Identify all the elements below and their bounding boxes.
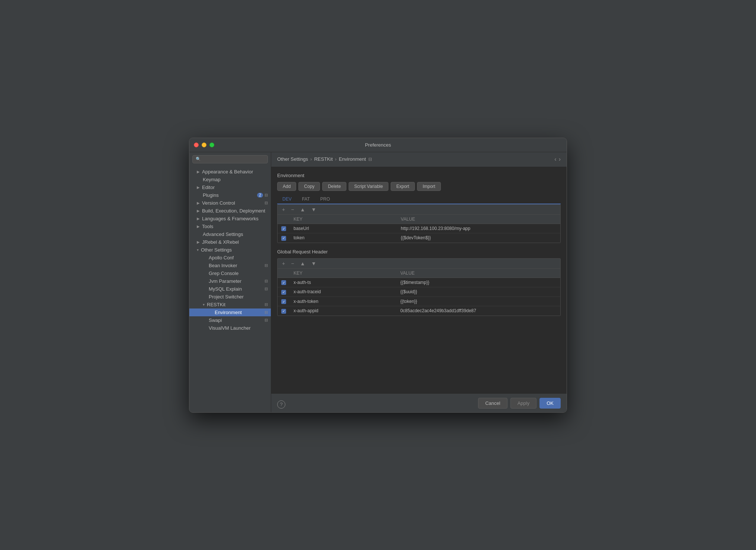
row-value[interactable]: http://192.168.100.23:8080/my-app bbox=[397, 224, 560, 233]
search-input[interactable] bbox=[203, 157, 265, 162]
chevron-icon: ▶ bbox=[197, 217, 200, 221]
row-key[interactable]: token bbox=[290, 233, 397, 243]
ok-button[interactable]: OK bbox=[539, 398, 561, 409]
row-checkbox[interactable]: ✓ bbox=[278, 306, 290, 316]
sidebar-item-appearance[interactable]: ▶Appearance & Behavior bbox=[189, 168, 271, 176]
sidebar-list: ▶Appearance & BehaviorKeymap▶EditorPlugi… bbox=[189, 166, 271, 412]
sidebar-item-label: Apollo Conf bbox=[209, 255, 268, 260]
sidebar-item-label: Plugins bbox=[203, 192, 256, 198]
main-content-area: 🔍 ▶Appearance & BehaviorKeymap▶EditorPlu… bbox=[189, 152, 567, 412]
close-button[interactable] bbox=[194, 143, 199, 147]
script-variable-button[interactable]: Script Variable bbox=[349, 182, 388, 191]
copy-button[interactable]: Copy bbox=[298, 182, 320, 191]
sidebar-item-label: VisualVM Launcher bbox=[209, 325, 268, 331]
row-checkbox[interactable]: ✓ bbox=[278, 287, 290, 297]
row-checkbox[interactable]: ✓ bbox=[278, 297, 290, 306]
row-key[interactable]: x-auth-ts bbox=[290, 278, 397, 287]
row-value[interactable]: {{$devToken$}} bbox=[397, 233, 560, 243]
breadcrumb-environment[interactable]: Environment bbox=[339, 156, 366, 162]
settings-icon: ⊟ bbox=[265, 318, 268, 323]
global-move-down-button[interactable]: ▼ bbox=[310, 260, 318, 267]
nav-back-icon[interactable]: ‹ bbox=[554, 156, 556, 163]
breadcrumb-other-settings[interactable]: Other Settings bbox=[277, 156, 308, 162]
row-value[interactable]: {{$timestamp}} bbox=[397, 278, 560, 287]
main-panel: Other Settings › RESTKit › Environment ⊟… bbox=[271, 152, 567, 412]
global-header-title: Global Request Header bbox=[277, 249, 561, 255]
sidebar-item-project-switcher[interactable]: Project Switcher bbox=[189, 293, 271, 301]
cancel-button[interactable]: Cancel bbox=[478, 398, 507, 409]
sidebar-item-grep-console[interactable]: Grep Console bbox=[189, 269, 271, 277]
row-key[interactable]: baseUrl bbox=[290, 224, 397, 233]
env-table: KEY VALUE ✓baseUrlhttp://192.168.100.23:… bbox=[278, 215, 560, 243]
env-table-header-row: KEY VALUE bbox=[278, 215, 560, 224]
global-col-value: VALUE bbox=[397, 269, 560, 278]
row-key[interactable]: x-auth-token bbox=[290, 297, 397, 306]
global-add-row-button[interactable]: + bbox=[281, 260, 286, 267]
env-toolbar: Add Copy Delete Script Variable Export I… bbox=[277, 182, 561, 191]
breadcrumb-restkit[interactable]: RESTKit bbox=[314, 156, 333, 162]
env-col-check bbox=[278, 215, 290, 224]
sidebar-item-label: Languages & Frameworks bbox=[202, 216, 268, 221]
apply-button[interactable]: Apply bbox=[510, 398, 537, 409]
env-move-down-button[interactable]: ▼ bbox=[310, 206, 318, 213]
chevron-icon: ▶ bbox=[197, 185, 200, 189]
sidebar-item-jvm-param[interactable]: Jvm Parameter⊟ bbox=[189, 277, 271, 285]
window-title: Preferences bbox=[365, 142, 391, 148]
global-move-up-button[interactable]: ▲ bbox=[298, 260, 307, 267]
row-key[interactable]: x-auth-appid bbox=[290, 306, 397, 316]
sidebar-item-bean-invoker[interactable]: Bean Invoker⊟ bbox=[189, 262, 271, 269]
global-remove-row-button[interactable]: − bbox=[289, 260, 295, 267]
sidebar-item-visualvm[interactable]: VisualVM Launcher bbox=[189, 324, 271, 332]
row-value[interactable]: {{token}} bbox=[397, 297, 560, 306]
sidebar-item-mysql[interactable]: MySQL Explain⊟ bbox=[189, 285, 271, 293]
import-button[interactable]: Import bbox=[417, 182, 441, 191]
export-button[interactable]: Export bbox=[391, 182, 415, 191]
sidebar-item-languages[interactable]: ▶Languages & Frameworks bbox=[189, 215, 271, 223]
row-checkbox[interactable]: ✓ bbox=[278, 278, 290, 287]
nav-arrows: ‹ › bbox=[554, 156, 561, 163]
breadcrumb-gear-icon: ⊟ bbox=[368, 157, 372, 162]
table-row: ✓x-auth-appid0c85acdec2ac4e249b3add1dff3… bbox=[278, 306, 560, 316]
row-key[interactable]: x-auth-traceid bbox=[290, 287, 397, 297]
env-remove-row-button[interactable]: − bbox=[289, 206, 295, 213]
minimize-button[interactable] bbox=[202, 143, 206, 147]
help-button[interactable]: ? bbox=[277, 400, 285, 409]
sidebar-item-build[interactable]: ▶Build, Execution, Deployment bbox=[189, 207, 271, 215]
sidebar-item-keymap[interactable]: Keymap bbox=[189, 176, 271, 183]
tab-fat[interactable]: FAT bbox=[297, 195, 315, 204]
sidebar-item-plugins[interactable]: Plugins2⊟ bbox=[189, 191, 271, 199]
sidebar-item-swapi[interactable]: Swapi⊟ bbox=[189, 316, 271, 324]
sidebar-item-jrebel[interactable]: ▶JRebel & XRebel bbox=[189, 238, 271, 246]
sidebar-item-label: Bean Invoker bbox=[209, 263, 263, 268]
sidebar-item-tools[interactable]: ▶Tools bbox=[189, 223, 271, 230]
row-checkbox[interactable]: ✓ bbox=[278, 224, 290, 233]
nav-forward-icon[interactable]: › bbox=[559, 156, 561, 163]
add-button[interactable]: Add bbox=[277, 182, 296, 191]
sidebar-item-other-settings[interactable]: ▾Other Settings bbox=[189, 246, 271, 254]
sidebar-item-version-control[interactable]: ▶Version Control⊟ bbox=[189, 199, 271, 207]
search-box[interactable]: 🔍 bbox=[192, 155, 268, 163]
sidebar-item-environment[interactable]: Environment⊟ bbox=[189, 308, 271, 316]
sidebar-item-restkit[interactable]: ▾RESTKit⊟ bbox=[189, 301, 271, 308]
tab-dev[interactable]: DEV bbox=[277, 195, 297, 204]
tab-pro[interactable]: PRO bbox=[315, 195, 335, 204]
sidebar-item-label: Advanced Settings bbox=[203, 231, 268, 237]
table-row: ✓x-auth-traceid{{$uuid}} bbox=[278, 287, 560, 297]
table-row: ✓x-auth-token{{token}} bbox=[278, 297, 560, 306]
row-checkbox[interactable]: ✓ bbox=[278, 233, 290, 243]
chevron-icon: ▶ bbox=[197, 201, 200, 205]
environment-section-title: Environment bbox=[277, 173, 561, 178]
env-add-row-button[interactable]: + bbox=[281, 206, 286, 213]
main-scroll-content: Environment Add Copy Delete Script Varia… bbox=[271, 167, 567, 394]
sidebar-item-editor[interactable]: ▶Editor bbox=[189, 183, 271, 191]
settings-icon: ⊟ bbox=[265, 279, 268, 284]
row-value[interactable]: 0c85acdec2ac4e249b3add1dff39de87 bbox=[397, 306, 560, 316]
preferences-window: Preferences 🔍 ▶Appearance & BehaviorKeym… bbox=[189, 138, 567, 413]
env-move-up-button[interactable]: ▲ bbox=[298, 206, 307, 213]
row-value[interactable]: {{$uuid}} bbox=[397, 287, 560, 297]
sidebar-item-advanced[interactable]: Advanced Settings bbox=[189, 230, 271, 238]
maximize-button[interactable] bbox=[209, 143, 214, 147]
delete-button[interactable]: Delete bbox=[322, 182, 346, 191]
table-row: ✓x-auth-ts{{$timestamp}} bbox=[278, 278, 560, 287]
sidebar-item-apollo[interactable]: Apollo Conf bbox=[189, 254, 271, 262]
